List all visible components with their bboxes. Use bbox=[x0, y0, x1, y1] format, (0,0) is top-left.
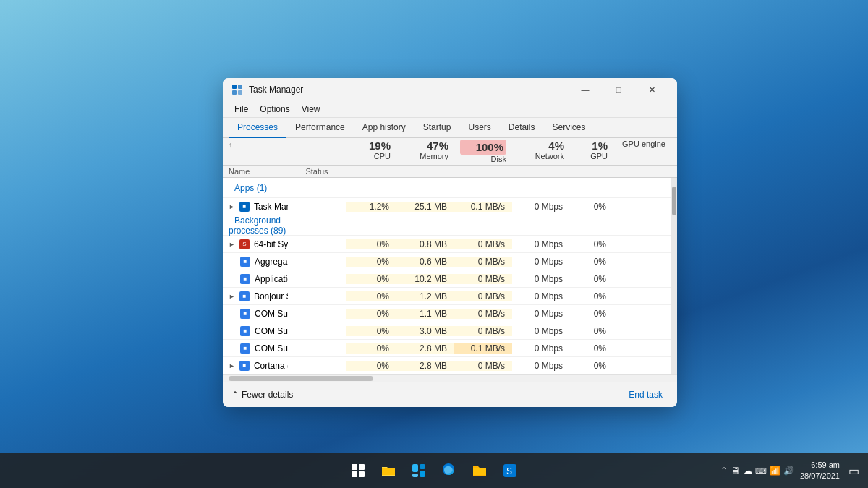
col-header-cpu[interactable]: 19% CPU bbox=[346, 138, 396, 165]
tab-app-history[interactable]: App history bbox=[354, 118, 414, 138]
task-manager-window: Task Manager — □ ✕ File Options View Pro… bbox=[223, 78, 677, 407]
process-icon: ■ bbox=[240, 274, 250, 284]
svg-rect-14 bbox=[359, 464, 365, 470]
svg-rect-9 bbox=[232, 85, 237, 89]
tab-performance[interactable]: Performance bbox=[286, 118, 354, 138]
section-apps: Apps (1) bbox=[223, 178, 671, 198]
svg-rect-20 bbox=[420, 471, 425, 477]
window-title: Task Manager bbox=[249, 85, 569, 95]
tray-arrow[interactable]: ⌃ bbox=[720, 466, 728, 476]
vertical-scrollbar[interactable] bbox=[671, 178, 677, 374]
section-apps-title: Apps (1) bbox=[229, 183, 267, 193]
tray-cloud-icon[interactable]: ☁ bbox=[744, 466, 752, 476]
minimize-button[interactable]: — bbox=[569, 78, 602, 101]
col-header-gpu[interactable]: 1% GPU bbox=[570, 138, 613, 165]
list-item[interactable]: ► ■ Cortana (2) 🌿 0% 2.8 MB 0 MB/s 0 Mbp… bbox=[223, 357, 671, 374]
list-item[interactable]: ► ■ Task Manager 1.2% 25.1 MB 0.1 MB/s 0… bbox=[223, 198, 671, 215]
section-background: Background processes (89) bbox=[223, 215, 671, 236]
taskbar-clock[interactable]: 6:59 am 28/07/2021 bbox=[800, 460, 840, 482]
svg-rect-10 bbox=[238, 85, 242, 89]
end-task-button[interactable]: End task bbox=[623, 387, 668, 403]
col-header-network[interactable]: 4% Network bbox=[512, 138, 570, 165]
col-label-gpu bbox=[570, 167, 613, 176]
col-label-status[interactable]: Status bbox=[288, 167, 346, 176]
list-item[interactable]: ■ AggregatorHost 0% 0.6 MB 0 MB/s 0 Mbps… bbox=[223, 253, 671, 270]
menu-options[interactable]: Options bbox=[254, 101, 295, 117]
notification-icon[interactable]: ▭ bbox=[848, 464, 859, 478]
col-header-disk[interactable]: 100% Disk bbox=[454, 138, 512, 165]
process-icon: ■ bbox=[240, 343, 250, 354]
scrollbar-thumb[interactable] bbox=[672, 187, 676, 215]
process-icon-taskmanager: ■ bbox=[239, 202, 250, 212]
col-label-network bbox=[512, 167, 570, 176]
disk-taskmanager: 0.1 MB/s bbox=[454, 202, 512, 212]
list-item[interactable]: ■ COM Surrogate 0% 1.1 MB 0 MB/s 0 Mbps … bbox=[223, 305, 671, 322]
process-icon: ■ bbox=[240, 326, 250, 336]
svg-rect-17 bbox=[412, 464, 418, 472]
edge-button[interactable] bbox=[436, 458, 462, 484]
net-taskmanager: 0 Mbps bbox=[512, 202, 570, 212]
process-name-taskmanager: ► ■ Task Manager bbox=[223, 202, 288, 212]
chevron-up-icon: ⌃ bbox=[231, 390, 239, 400]
col-label-memory bbox=[396, 167, 454, 176]
app-icon bbox=[231, 84, 243, 95]
list-item[interactable]: ► S 64-bit Synaptics Pointing Enhan... 0… bbox=[223, 236, 671, 253]
tab-processes[interactable]: Processes bbox=[229, 118, 286, 138]
col-header-gpu-engine[interactable]: GPU engine bbox=[613, 138, 671, 165]
tray-pc-icon[interactable]: 🖥 bbox=[731, 465, 741, 476]
tab-bar: Processes Performance App history Startu… bbox=[223, 118, 677, 138]
svg-rect-11 bbox=[232, 90, 237, 95]
menu-view[interactable]: View bbox=[296, 101, 326, 117]
file-explorer-button[interactable] bbox=[375, 458, 401, 484]
col-header-status[interactable] bbox=[288, 138, 346, 165]
store-button[interactable]: S bbox=[497, 458, 523, 484]
svg-rect-15 bbox=[352, 471, 357, 477]
wifi-icon[interactable]: 📶 bbox=[770, 466, 780, 476]
tab-services[interactable]: Services bbox=[544, 118, 595, 138]
taskbar-right: ⌃ 🖥 ☁ ⌨ 📶 🔊 6:59 am 28/07/2021 ▭ bbox=[720, 460, 859, 482]
process-icon: ■ bbox=[240, 309, 250, 319]
tray-keyboard-icon[interactable]: ⌨ bbox=[755, 466, 767, 476]
file-manager-button[interactable] bbox=[467, 458, 493, 484]
system-tray: ⌃ 🖥 ☁ ⌨ 📶 🔊 bbox=[720, 465, 794, 476]
h-scrollbar-thumb[interactable] bbox=[229, 376, 373, 381]
widgets-button[interactable] bbox=[406, 458, 432, 484]
col-label-gpuengine bbox=[613, 167, 671, 176]
volume-icon[interactable]: 🔊 bbox=[783, 466, 794, 476]
process-icon: ■ bbox=[240, 257, 250, 267]
fewer-details-button[interactable]: ⌃ Fewer details bbox=[231, 390, 293, 400]
menu-bar: File Options View bbox=[223, 101, 677, 118]
process-table: ↑ 19% CPU 47% Memory 100% Disk 4% Networ… bbox=[223, 138, 677, 382]
list-item[interactable]: ■ Application Frame Host 0% 10.2 MB 0 MB… bbox=[223, 270, 671, 288]
list-item[interactable]: ► ■ Bonjour Service 0% 1.2 MB 0 MB/s 0 M… bbox=[223, 288, 671, 305]
gpu-taskmanager: 0% bbox=[570, 202, 613, 212]
tab-startup[interactable]: Startup bbox=[414, 118, 460, 138]
list-item[interactable]: ■ COM Surrogate 0% 2.8 MB 0.1 MB/s 0 Mbp… bbox=[223, 340, 671, 357]
cpu-taskmanager: 1.2% bbox=[346, 202, 396, 212]
menu-file[interactable]: File bbox=[229, 101, 254, 117]
svg-rect-18 bbox=[420, 464, 425, 469]
bottom-bar: ⌃ Fewer details End task bbox=[223, 382, 677, 407]
horizontal-scrollbar[interactable] bbox=[223, 374, 677, 382]
col-label-name[interactable]: Name bbox=[223, 167, 288, 176]
taskbar-center: S bbox=[345, 458, 523, 484]
tab-details[interactable]: Details bbox=[500, 118, 544, 138]
tab-users[interactable]: Users bbox=[459, 118, 499, 138]
list-item[interactable]: ■ COM Surrogate 0% 3.0 MB 0 MB/s 0 Mbps … bbox=[223, 322, 671, 340]
svg-rect-12 bbox=[238, 90, 242, 95]
svg-rect-19 bbox=[412, 474, 418, 477]
col-header-memory[interactable]: 47% Memory bbox=[396, 138, 454, 165]
col-label-disk bbox=[454, 167, 512, 176]
process-icon: ■ bbox=[239, 291, 250, 301]
window-controls: — □ ✕ bbox=[569, 78, 668, 101]
mem-taskmanager: 25.1 MB bbox=[396, 202, 454, 212]
start-button[interactable] bbox=[345, 458, 371, 484]
close-button[interactable]: ✕ bbox=[635, 78, 668, 101]
svg-text:S: S bbox=[506, 466, 512, 476]
maximize-button[interactable]: □ bbox=[602, 78, 635, 101]
svg-rect-16 bbox=[359, 471, 365, 477]
process-icon: S bbox=[239, 239, 250, 249]
section-bg-title: Background processes (89) bbox=[229, 215, 286, 236]
process-list: Apps (1) ► ■ Task Manager bbox=[223, 178, 671, 374]
taskbar: S ⌃ 🖥 ☁ ⌨ 📶 🔊 6:59 am 28/07/2021 ▭ bbox=[0, 453, 868, 488]
